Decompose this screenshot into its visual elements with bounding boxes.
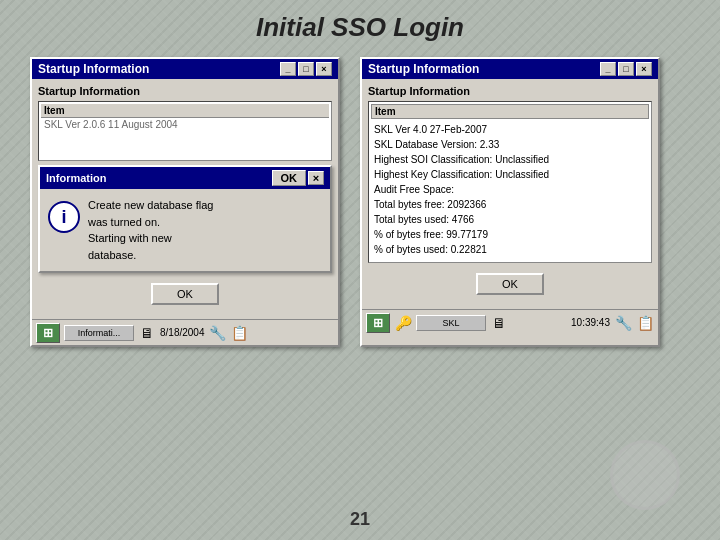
data-line-1: SKL Database Version: 2.33 bbox=[374, 137, 646, 152]
info-dialog-titlebar: Information OK × bbox=[40, 167, 330, 189]
left-close-btn[interactable]: × bbox=[316, 62, 332, 76]
left-minimize-btn[interactable]: _ bbox=[280, 62, 296, 76]
left-window-titlebar: Startup Information _ □ × bbox=[32, 59, 338, 79]
info-line-1: Create new database flag bbox=[88, 197, 213, 214]
left-taskbar-icon3: 📋 bbox=[231, 324, 249, 342]
right-close-btn[interactable]: × bbox=[636, 62, 652, 76]
right-taskbar-icon3: 🔧 bbox=[614, 314, 632, 332]
left-listbox: Item SKL Ver 2.0.6 11 August 2004 bbox=[38, 101, 332, 161]
left-titlebar-buttons: _ □ × bbox=[280, 62, 332, 76]
info-text: Create new database flag was turned on. … bbox=[88, 197, 213, 263]
right-subtitle: Startup Information bbox=[368, 85, 652, 97]
left-taskbar-icon1: 🖥 bbox=[138, 324, 156, 342]
left-window: Startup Information _ □ × Startup Inform… bbox=[30, 57, 340, 347]
left-taskbar-icon2: 🔧 bbox=[209, 324, 227, 342]
right-window-titlebar: Startup Information _ □ × bbox=[362, 59, 658, 79]
data-line-2: Highest SOI Classification: Unclassified bbox=[374, 152, 646, 167]
right-window: Startup Information _ □ × Startup Inform… bbox=[360, 57, 660, 347]
page-title: Initial SSO Login bbox=[0, 0, 720, 53]
info-dialog-title: Information bbox=[46, 172, 107, 184]
watermark bbox=[610, 440, 680, 510]
right-column-header: Item bbox=[371, 104, 649, 119]
left-subtitle: Startup Information bbox=[38, 85, 332, 97]
right-ok-button[interactable]: OK bbox=[476, 273, 544, 295]
info-ok-button[interactable]: OK bbox=[272, 170, 307, 186]
right-taskbar-icon4: 📋 bbox=[636, 314, 654, 332]
right-start-button[interactable]: ⊞ bbox=[366, 313, 390, 333]
info-line-2: was turned on. bbox=[88, 214, 213, 231]
right-taskbar: ⊞ 🔑 SKL 🖥 10:39:43 🔧 📋 bbox=[362, 309, 658, 335]
data-line-3: Highest Key Classification: Unclassified bbox=[374, 167, 646, 182]
left-titlebar-text: Startup Information bbox=[38, 62, 149, 76]
data-line-4: Audit Free Space: bbox=[374, 182, 646, 197]
right-data-listbox: Item SKL Ver 4.0 27-Feb-2007 SKL Databas… bbox=[368, 101, 652, 263]
info-icon: i bbox=[48, 201, 80, 233]
info-dialog: Information OK × i Create new database f… bbox=[38, 165, 332, 273]
right-start-icon: ⊞ bbox=[373, 316, 383, 330]
right-taskbar-icon2: 🖥 bbox=[490, 314, 508, 332]
data-line-8: % of bytes used: 0.22821 bbox=[374, 242, 646, 257]
right-titlebar-buttons: _ □ × bbox=[600, 62, 652, 76]
data-line-0: SKL Ver 4.0 27-Feb-2007 bbox=[374, 122, 646, 137]
right-titlebar-text: Startup Information bbox=[368, 62, 479, 76]
right-taskbar-item[interactable]: SKL bbox=[416, 315, 486, 331]
right-data-content: SKL Ver 4.0 27-Feb-2007 SKL Database Ver… bbox=[371, 119, 649, 260]
left-listbox-item: SKL Ver 2.0.6 11 August 2004 bbox=[41, 118, 329, 131]
left-taskbar-date: 8/18/2004 bbox=[160, 327, 205, 338]
left-ok-button[interactable]: OK bbox=[151, 283, 219, 305]
right-maximize-btn[interactable]: □ bbox=[618, 62, 634, 76]
info-line-4: Starting with new bbox=[88, 230, 213, 247]
start-icon: ⊞ bbox=[43, 326, 53, 340]
right-taskbar-time: 10:39:43 bbox=[571, 317, 610, 328]
data-line-5: Total bytes free: 2092366 bbox=[374, 197, 646, 212]
left-taskbar: ⊞ Informati... 🖥 8/18/2004 🔧 📋 bbox=[32, 319, 338, 345]
page-number: 21 bbox=[350, 509, 370, 530]
left-start-button[interactable]: ⊞ bbox=[36, 323, 60, 343]
right-ok-bar: OK bbox=[368, 267, 652, 301]
right-taskbar-skl-icon: 🔑 bbox=[394, 314, 412, 332]
data-line-7: % of bytes free: 99.77179 bbox=[374, 227, 646, 242]
left-listbox-header: Item bbox=[41, 104, 329, 118]
info-line-5: database. bbox=[88, 247, 213, 264]
info-btn-group: OK × bbox=[272, 170, 325, 186]
data-line-6: Total bytes used: 4766 bbox=[374, 212, 646, 227]
info-dialog-body: i Create new database flag was turned on… bbox=[40, 189, 330, 271]
left-ok-bar: OK bbox=[38, 277, 332, 311]
left-taskbar-item[interactable]: Informati... bbox=[64, 325, 134, 341]
info-close-button[interactable]: × bbox=[308, 171, 324, 185]
right-minimize-btn[interactable]: _ bbox=[600, 62, 616, 76]
left-maximize-btn[interactable]: □ bbox=[298, 62, 314, 76]
